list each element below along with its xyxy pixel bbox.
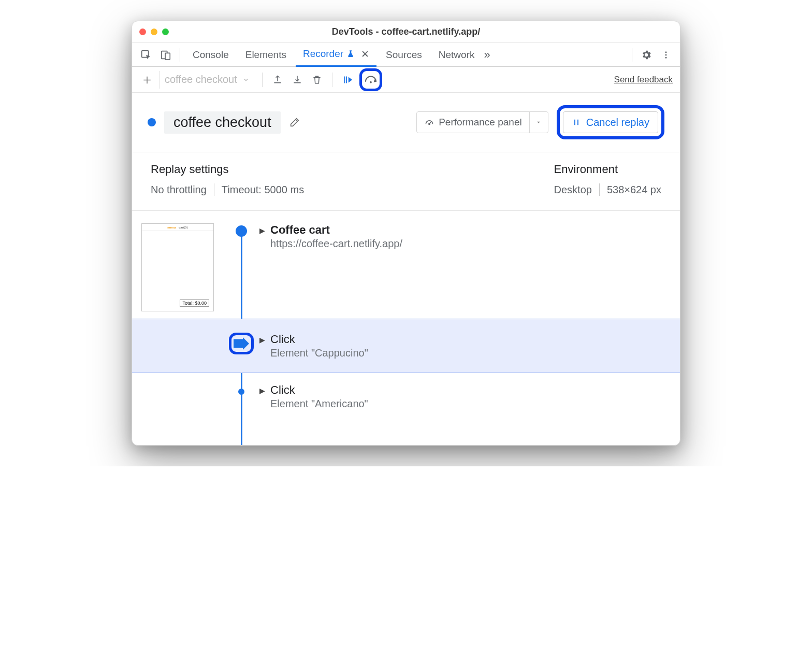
devtools-tabbar: Console Elements Recorder ✕ Sources Netw… — [132, 43, 680, 67]
separator — [632, 48, 632, 62]
recording-selector[interactable]: coffee checkout — [159, 71, 255, 89]
traffic-lights — [139, 28, 169, 35]
recording-header: coffee checkout Performance panel Cancel… — [132, 93, 680, 152]
tab-recorder[interactable]: Recorder ✕ — [296, 43, 376, 67]
tab-network[interactable]: Network — [431, 43, 482, 67]
more-tabs-icon[interactable]: » — [484, 48, 490, 62]
tab-sources[interactable]: Sources — [379, 43, 429, 67]
dimensions-value: 538×624 px — [607, 184, 661, 196]
settings-row: Replay settings No throttling Timeout: 5… — [132, 152, 680, 211]
cancel-replay-highlight: Cancel replay — [557, 105, 664, 139]
edit-title-icon[interactable] — [289, 117, 300, 128]
expand-step-icon[interactable]: ▶ — [259, 387, 265, 395]
close-window-button[interactable] — [139, 28, 146, 35]
expand-step-icon[interactable]: ▶ — [259, 336, 265, 344]
new-recording-button[interactable]: ＋ — [139, 70, 155, 89]
step-row-initial[interactable]: menucart(0) Total: $0.00 ▶ Coffee cart h… — [132, 211, 680, 319]
pause-icon — [572, 118, 581, 127]
timeout-value[interactable]: Timeout: 5000 ms — [222, 184, 304, 196]
svg-point-6 — [370, 81, 372, 83]
environment-heading: Environment — [554, 163, 661, 176]
svg-point-3 — [665, 51, 667, 53]
throttling-value[interactable]: No throttling — [151, 184, 207, 196]
recording-title[interactable]: coffee checkout — [164, 111, 281, 134]
inspect-element-icon[interactable] — [137, 46, 155, 64]
tab-elements[interactable]: Elements — [238, 43, 294, 67]
chevron-down-icon — [242, 76, 250, 83]
send-feedback-link[interactable]: Send feedback — [614, 75, 673, 85]
step-title: Coffee cart — [270, 223, 402, 237]
device-value: Desktop — [554, 184, 592, 196]
settings-gear-icon[interactable] — [637, 46, 655, 64]
cancel-replay-button[interactable]: Cancel replay — [563, 111, 658, 133]
kebab-menu-icon[interactable] — [657, 46, 675, 64]
step-over-highlight — [359, 68, 382, 91]
separator — [262, 73, 263, 87]
step-row-current[interactable]: ▶ Click Element "Cappucino" — [132, 319, 680, 373]
svg-point-4 — [665, 54, 667, 55]
svg-rect-2 — [165, 53, 170, 60]
gauge-icon — [424, 117, 434, 127]
maximize-window-button[interactable] — [162, 28, 169, 35]
current-step-highlight — [229, 333, 254, 354]
separator — [332, 73, 332, 87]
chevron-down-icon[interactable] — [529, 112, 548, 133]
recorder-toolbar: ＋ coffee checkout Send feedback — [132, 67, 680, 93]
steps-area: menucart(0) Total: $0.00 ▶ Coffee cart h… — [132, 211, 680, 445]
devtools-window: DevTools - coffee-cart.netlify.app/ Cons… — [132, 21, 680, 446]
close-tab-icon[interactable]: ✕ — [361, 48, 369, 60]
current-step-arrow-icon — [234, 337, 249, 350]
flask-icon — [346, 50, 355, 58]
separator — [180, 48, 180, 62]
svg-point-7 — [429, 123, 430, 125]
timeline-node-icon — [238, 389, 244, 395]
step-title: Click — [270, 333, 368, 346]
step-replay-icon[interactable] — [340, 72, 355, 88]
minimize-window-button[interactable] — [151, 28, 157, 35]
separator — [214, 183, 214, 196]
timeline-node-start-icon — [236, 225, 247, 237]
step-over-icon[interactable] — [363, 72, 379, 88]
step-subtitle: Element "Americano" — [270, 398, 368, 410]
export-icon[interactable] — [270, 72, 285, 88]
step-subtitle: Element "Cappucino" — [270, 347, 368, 359]
replay-settings-heading: Replay settings — [151, 163, 523, 176]
step-row[interactable]: ▶ Click Element "Americano" — [132, 373, 680, 417]
titlebar: DevTools - coffee-cart.netlify.app/ — [132, 21, 680, 43]
separator — [599, 183, 600, 196]
delete-icon[interactable] — [309, 72, 325, 88]
tab-console[interactable]: Console — [185, 43, 236, 67]
expand-step-icon[interactable]: ▶ — [259, 226, 265, 235]
recording-indicator-icon — [148, 118, 156, 126]
window-title: DevTools - coffee-cart.netlify.app/ — [132, 26, 680, 37]
device-toolbar-icon[interactable] — [157, 46, 175, 64]
import-icon[interactable] — [289, 72, 305, 88]
performance-panel-dropdown[interactable]: Performance panel — [416, 111, 548, 133]
step-title: Click — [270, 383, 368, 397]
step-subtitle: https://coffee-cart.netlify.app/ — [270, 238, 402, 250]
step-thumbnail: menucart(0) Total: $0.00 — [141, 223, 214, 311]
svg-point-5 — [665, 56, 667, 58]
